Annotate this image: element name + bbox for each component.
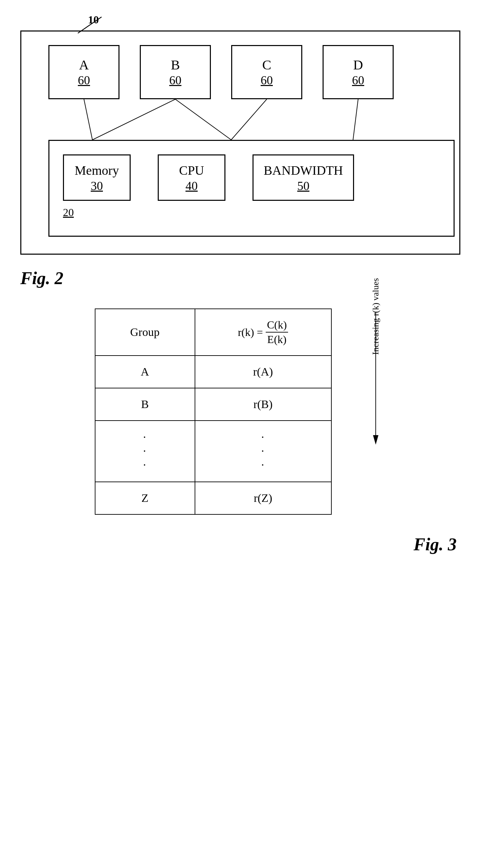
proc-D-letter: D: [353, 57, 363, 73]
processors-row: A 60 B 60 C 60 D 60: [38, 45, 443, 99]
proc-B-number: 60: [169, 73, 181, 87]
resources-box: Memory 30 CPU 40 BANDWIDTH 50 20: [49, 140, 454, 237]
table-row-Z: Z r(Z): [95, 482, 331, 514]
proc-D-number: 60: [352, 73, 364, 87]
label-20: 20: [63, 206, 440, 219]
arrow-label: Increasing r(k) values: [371, 278, 381, 355]
fraction: C(k) E(k): [266, 319, 288, 346]
dots-group: ···: [95, 421, 195, 481]
rval-A: r(A): [195, 356, 331, 388]
processor-D: D 60: [323, 45, 394, 99]
group-A: A: [95, 356, 195, 388]
cpu-number: 40: [185, 179, 198, 193]
proc-A-number: 60: [78, 73, 90, 87]
memory-number: 30: [91, 179, 103, 193]
resource-cpu: CPU 40: [158, 155, 226, 201]
table-row-B: B r(B): [95, 388, 331, 421]
col-header-formula: r(k) = C(k) E(k): [195, 309, 331, 356]
resources-row: Memory 30 CPU 40 BANDWIDTH 50: [63, 155, 440, 201]
dots-rval: ···: [195, 421, 331, 481]
table-row-dots: ··· ···: [95, 421, 331, 481]
fig3-table: Group r(k) = C(k) E(k): [95, 308, 332, 514]
resource-memory: Memory 30: [63, 155, 131, 201]
processor-C: C 60: [231, 45, 302, 99]
fig3-table-wrapper: Group r(k) = C(k) E(k): [95, 308, 410, 524]
numerator: C(k): [266, 319, 288, 333]
svg-marker-7: [373, 435, 378, 445]
fig2-diagram: 10 A 60 B 60 C 60 D: [20, 14, 484, 288]
group-B: B: [95, 388, 195, 421]
cpu-label: CPU: [179, 162, 204, 179]
fig3-diagram: Group r(k) = C(k) E(k): [20, 308, 484, 554]
denominator: E(k): [266, 333, 288, 346]
svg-line-3: [231, 99, 267, 140]
group-Z: Z: [95, 482, 195, 514]
rval-Z: r(Z): [195, 482, 331, 514]
proc-C-letter: C: [262, 57, 271, 73]
fig2-outer-box: A 60 B 60 C 60 D 60: [20, 31, 460, 255]
svg-line-4: [353, 99, 358, 140]
proc-A-letter: A: [79, 57, 89, 73]
col-header-group: Group: [95, 309, 195, 356]
fig3-arrow-container: Increasing r(k) values: [342, 308, 410, 524]
processor-B: B 60: [140, 45, 211, 99]
svg-line-1: [84, 99, 92, 140]
svg-line-5: [175, 99, 231, 140]
fig2-caption: Fig. 2: [20, 268, 63, 288]
table-row-A: A r(A): [95, 356, 331, 388]
connection-lines: [49, 99, 454, 140]
proc-C-number: 60: [260, 73, 273, 87]
proc-B-letter: B: [171, 57, 180, 73]
svg-line-2: [92, 99, 175, 140]
fig3-caption: Fig. 3: [414, 534, 456, 554]
resource-bandwidth: BANDWIDTH 50: [252, 155, 354, 201]
processor-A: A 60: [49, 45, 120, 99]
memory-label: Memory: [75, 162, 119, 179]
formula-rk: r(k) =: [238, 326, 263, 339]
bandwidth-number: 50: [297, 179, 309, 193]
rval-B: r(B): [195, 388, 331, 421]
bandwidth-label: BANDWIDTH: [264, 162, 343, 179]
